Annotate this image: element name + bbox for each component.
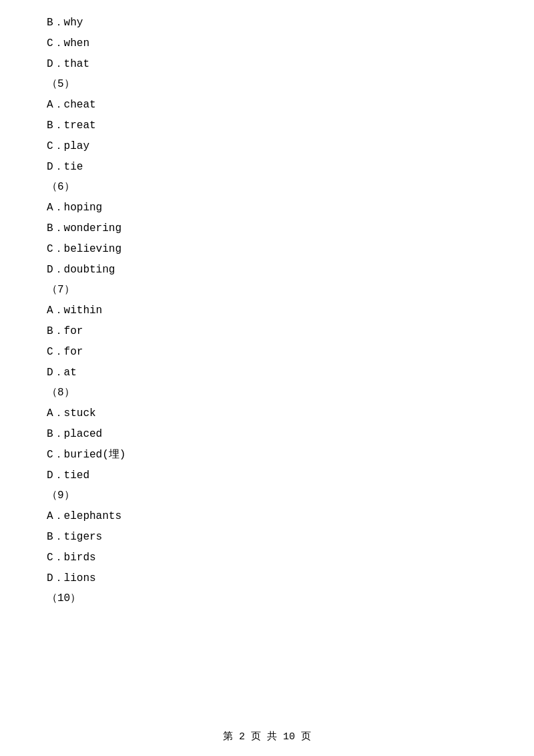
content-line-d8-tied: D．tied xyxy=(47,466,487,486)
content-line-q10: （10） xyxy=(47,589,487,608)
content-line-a7-within: A．within xyxy=(47,301,487,321)
content-line-d5-tie: D．tie xyxy=(47,158,487,177)
content-line-d7-at: D．at xyxy=(47,363,487,383)
content-line-q6: （6） xyxy=(47,178,487,197)
content-line-b6-wondering: B．wondering xyxy=(47,219,487,238)
content-line-d9-lions: D．lions xyxy=(47,569,487,588)
content-line-c-when: C．when xyxy=(47,34,487,53)
content-line-c8-buried: C．buried(埋) xyxy=(47,445,487,465)
content-line-q9: （9） xyxy=(47,486,487,506)
page-footer: 第 2 页 共 10 页 xyxy=(0,730,534,743)
content-line-q8: （8） xyxy=(47,383,487,403)
content-line-c6-believing: C．believing xyxy=(47,240,487,259)
content-line-b9-tigers: B．tigers xyxy=(47,528,487,547)
content-line-b5-treat: B．treat xyxy=(47,116,487,136)
content-line-a8-stuck: A．stuck xyxy=(47,404,487,423)
content-line-c7-for: C．for xyxy=(47,343,487,362)
content-line-a5-cheat: A．cheat xyxy=(47,96,487,115)
footer-text: 第 2 页 共 10 页 xyxy=(223,731,311,743)
content-line-b-why: B．why xyxy=(47,13,487,33)
content-line-a9-elephants: A．elephants xyxy=(47,507,487,526)
content-line-q7: （7） xyxy=(47,280,487,300)
content-line-b8-placed: B．placed xyxy=(47,425,487,444)
content-line-c9-birds: C．birds xyxy=(47,548,487,568)
content-line-c5-play: C．play xyxy=(47,137,487,156)
content-line-b7-for: B．for xyxy=(47,322,487,341)
content-line-d-that: D．that xyxy=(47,55,487,74)
content-line-a6-hoping: A．hoping xyxy=(47,198,487,218)
content-line-d6-doubting: D．doubting xyxy=(47,260,487,280)
main-content: B．whyC．whenD．that（5）A．cheatB．treatC．play… xyxy=(0,0,534,650)
content-line-q5: （5） xyxy=(47,75,487,94)
